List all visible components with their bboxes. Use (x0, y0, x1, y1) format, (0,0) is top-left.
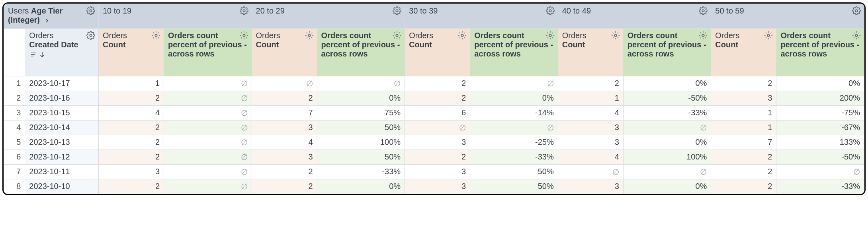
percent-cell[interactable]: 50% (470, 165, 558, 179)
percent-cell[interactable]: -50% (623, 91, 711, 106)
count-cell[interactable]: 4 (98, 106, 164, 120)
percent-cell[interactable]: ∅ (164, 179, 252, 194)
count-cell[interactable]: ∅ (405, 120, 470, 135)
gear-icon[interactable] (86, 31, 95, 40)
pivot-group-header[interactable]: 40 to 49 (558, 4, 711, 29)
count-cell[interactable]: 7 (711, 135, 776, 150)
percent-column-header[interactable]: Orders count percent of previous - acros… (623, 29, 711, 76)
percent-cell[interactable]: ∅ (470, 76, 558, 91)
percent-column-header[interactable]: Orders count percent of previous - acros… (164, 29, 252, 76)
percent-cell[interactable]: -33% (776, 179, 864, 194)
date-column-header[interactable]: Orders Created Date (25, 29, 99, 76)
count-cell[interactable]: 3 (711, 91, 776, 106)
count-column-header[interactable]: Orders Count (405, 29, 470, 76)
count-cell[interactable]: 2 (558, 76, 623, 91)
gear-icon[interactable] (852, 31, 861, 40)
pivot-group-header[interactable]: 50 to 59 (711, 4, 864, 29)
count-cell[interactable]: 4 (558, 150, 623, 165)
count-column-header[interactable]: Orders Count (252, 29, 317, 76)
count-cell[interactable]: 2 (98, 150, 164, 165)
date-cell[interactable]: 2023-10-14 (25, 120, 99, 135)
percent-cell[interactable]: ∅ (164, 165, 252, 179)
percent-cell[interactable]: -25% (470, 135, 558, 150)
date-cell[interactable]: 2023-10-10 (25, 179, 99, 194)
percent-cell[interactable]: ∅ (164, 150, 252, 165)
pivot-field-header[interactable]: Users Age Tier (Integer) (4, 4, 99, 29)
gear-icon[interactable] (152, 31, 160, 40)
percent-cell[interactable]: ∅ (623, 165, 711, 179)
gear-icon[interactable] (86, 6, 95, 15)
percent-cell[interactable]: 0% (317, 179, 405, 194)
percent-cell[interactable]: ∅ (776, 165, 864, 179)
count-cell[interactable]: 2 (252, 179, 317, 194)
percent-cell[interactable]: -50% (776, 150, 864, 165)
date-cell[interactable]: 2023-10-13 (25, 135, 99, 150)
percent-cell[interactable]: -14% (470, 106, 558, 120)
percent-cell[interactable]: 100% (317, 135, 405, 150)
date-cell[interactable]: 2023-10-15 (25, 106, 99, 120)
percent-cell[interactable]: ∅ (164, 135, 252, 150)
count-cell[interactable]: 2 (98, 91, 164, 106)
count-cell[interactable]: 2 (711, 179, 776, 194)
count-cell[interactable]: 3 (405, 135, 470, 150)
percent-cell[interactable]: 50% (470, 179, 558, 194)
percent-cell[interactable]: 50% (317, 150, 405, 165)
count-cell[interactable]: 4 (252, 135, 317, 150)
count-cell[interactable]: 1 (98, 76, 164, 91)
count-cell[interactable]: 2 (98, 179, 164, 194)
gear-icon[interactable] (393, 31, 401, 40)
count-cell[interactable]: 2 (252, 91, 317, 106)
percent-cell[interactable]: 200% (776, 91, 864, 106)
gear-icon[interactable] (699, 31, 708, 40)
date-cell[interactable]: 2023-10-12 (25, 150, 99, 165)
percent-column-header[interactable]: Orders count percent of previous - acros… (470, 29, 558, 76)
gear-icon[interactable] (852, 6, 861, 15)
sort-controls[interactable] (30, 51, 46, 58)
percent-cell[interactable]: -33% (470, 150, 558, 165)
gear-icon[interactable] (546, 6, 555, 15)
percent-cell[interactable]: 50% (317, 120, 405, 135)
count-cell[interactable]: 2 (98, 120, 164, 135)
count-cell[interactable]: 1 (558, 91, 623, 106)
percent-cell[interactable]: 75% (317, 106, 405, 120)
count-cell[interactable]: 1 (711, 120, 776, 135)
percent-cell[interactable]: -33% (623, 106, 711, 120)
count-cell[interactable]: 2 (252, 165, 317, 179)
count-cell[interactable]: 4 (558, 106, 623, 120)
count-cell[interactable]: ∅ (558, 165, 623, 179)
gear-icon[interactable] (240, 6, 248, 15)
count-cell[interactable]: 2 (711, 165, 776, 179)
date-cell[interactable]: 2023-10-16 (25, 91, 99, 106)
count-cell[interactable]: 3 (252, 150, 317, 165)
count-cell[interactable]: 2 (711, 150, 776, 165)
percent-cell[interactable]: -75% (776, 106, 864, 120)
count-cell[interactable]: 3 (252, 120, 317, 135)
count-cell[interactable]: 3 (98, 165, 164, 179)
count-column-header[interactable]: Orders Count (98, 29, 164, 76)
count-column-header[interactable]: Orders Count (558, 29, 623, 76)
percent-cell[interactable]: ∅ (164, 106, 252, 120)
count-cell[interactable]: 7 (252, 106, 317, 120)
percent-cell[interactable]: ∅ (164, 76, 252, 91)
count-cell[interactable]: 2 (98, 135, 164, 150)
gear-icon[interactable] (305, 31, 314, 40)
percent-cell[interactable]: ∅ (164, 91, 252, 106)
gear-icon[interactable] (699, 6, 708, 15)
gear-icon[interactable] (240, 31, 248, 40)
percent-cell[interactable]: 133% (776, 135, 864, 150)
percent-cell[interactable]: 100% (623, 150, 711, 165)
gear-icon[interactable] (546, 31, 555, 40)
percent-cell[interactable]: ∅ (623, 120, 711, 135)
count-column-header[interactable]: Orders Count (711, 29, 776, 76)
count-cell[interactable]: 3 (405, 179, 470, 194)
percent-cell[interactable]: 0% (623, 76, 711, 91)
percent-cell[interactable]: ∅ (317, 76, 405, 91)
count-cell[interactable]: 2 (405, 150, 470, 165)
pivot-group-header[interactable]: 10 to 19 (98, 4, 252, 29)
count-cell[interactable]: 2 (405, 91, 470, 106)
percent-cell[interactable]: -33% (317, 165, 405, 179)
date-cell[interactable]: 2023-10-11 (25, 165, 99, 179)
percent-cell[interactable]: 0% (470, 91, 558, 106)
date-cell[interactable]: 2023-10-17 (25, 76, 99, 91)
count-cell[interactable]: 2 (711, 76, 776, 91)
